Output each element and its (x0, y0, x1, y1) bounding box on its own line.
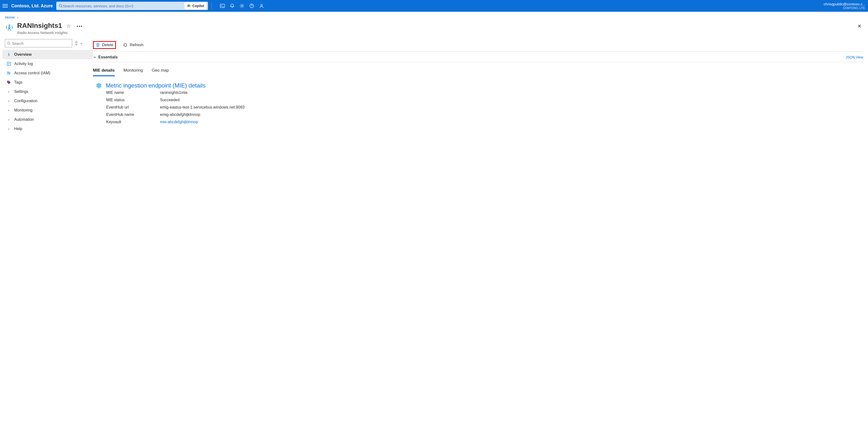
global-search-input[interactable] (63, 4, 184, 8)
resource-header: RANInsights1 ☆ ••• Radio Access Network … (0, 21, 868, 39)
sidebar-item-label: Overview (14, 52, 32, 57)
top-bar: Contoso, Ltd. Azure Copilot chrisqpublic… (0, 0, 868, 12)
svg-point-10 (8, 42, 10, 44)
sidebar-item-label: Settings (14, 90, 28, 94)
kv-row: Keyvaultmie-abcdefghijklmnop (95, 118, 863, 126)
global-search[interactable]: Copilot (56, 2, 208, 10)
sidebar: « Overview Activity log Access control (… (0, 39, 93, 134)
svg-rect-5 (220, 4, 225, 8)
refresh-button[interactable]: Refresh (121, 41, 145, 48)
resource-title: RANInsights1 (17, 22, 62, 30)
search-icon (59, 4, 63, 8)
help-icon[interactable] (249, 3, 254, 8)
sidebar-search-input[interactable] (12, 41, 70, 45)
svg-line-11 (9, 44, 10, 45)
tab-geo-map[interactable]: Geo map (152, 67, 169, 76)
copilot-icon (187, 4, 191, 8)
breadcrumb: Home › (0, 12, 868, 21)
sidebar-item-monitoring[interactable]: › Monitoring (2, 106, 93, 115)
svg-point-6 (241, 5, 243, 7)
search-icon (7, 41, 10, 45)
essentials-row: Essentials JSON View (93, 52, 863, 62)
sidebar-item-tags[interactable]: Tags (2, 78, 93, 87)
user-email: chrisqpublic@contoso.c... (824, 2, 866, 6)
more-icon[interactable]: ••• (76, 24, 83, 29)
svg-line-1 (61, 7, 62, 8)
tabs: MIE details Monitoring Geo map (93, 62, 863, 76)
sidebar-item-overview[interactable]: Overview (2, 50, 93, 59)
breadcrumb-home[interactable]: Home (5, 15, 15, 19)
user-block[interactable]: chrisqpublic@contoso.c... CONTOSO, LTD. (824, 2, 866, 10)
sidebar-item-label: Tags (14, 80, 23, 84)
sidebar-item-activity-log[interactable]: Activity log (2, 59, 93, 68)
chevron-right-icon: › (6, 90, 11, 94)
kv-value: raninsights1mie (160, 91, 187, 95)
divider (211, 2, 212, 9)
sidebar-item-label: Access control (IAM) (14, 71, 51, 75)
collapse-icon[interactable]: « (81, 41, 83, 45)
sidebar-item-help[interactable]: › Help (2, 124, 93, 134)
chevron-right-icon: › (6, 117, 11, 122)
command-bar: Delete Refresh (93, 39, 863, 52)
hamburger-icon[interactable] (2, 3, 8, 8)
chevron-right-icon: › (6, 99, 11, 103)
activity-log-icon (6, 62, 11, 66)
chevron-down-icon[interactable] (93, 56, 96, 59)
sidebar-item-configuration[interactable]: › Configuration (2, 96, 93, 106)
cloud-shell-icon[interactable] (220, 3, 225, 8)
close-icon[interactable]: ✕ (856, 22, 863, 31)
delete-label: Delete (102, 43, 113, 47)
copilot-button[interactable]: Copilot (184, 2, 207, 9)
user-org: CONTOSO, LTD. (824, 6, 866, 10)
sidebar-item-settings[interactable]: › Settings (2, 87, 93, 96)
kv-key: Keyvault (106, 120, 160, 124)
overview-icon (6, 52, 11, 57)
sidebar-item-label: Help (14, 127, 22, 131)
kv-row: EventHub nameemig-abcdefghijklmnop (95, 111, 863, 118)
kv-value: Succeeded (160, 98, 180, 102)
kv-key: EventHub url (106, 105, 160, 109)
kv-key: EventHub name (106, 112, 160, 117)
refresh-icon (123, 42, 128, 47)
sidebar-item-label: Activity log (14, 62, 33, 66)
mie-heading: Metric ingestion endpoint (MIE) details (106, 82, 206, 89)
sidebar-item-label: Configuration (14, 99, 37, 103)
kv-row: MIE nameraninsights1mie (95, 89, 863, 96)
resource-icon (5, 23, 14, 32)
copilot-label: Copilot (192, 4, 204, 8)
resource-subtitle: Radio Access Network Insights (17, 31, 83, 35)
kv-value-link[interactable]: mie-abcdefghijklmnop (160, 120, 198, 124)
top-icons (220, 3, 264, 8)
json-view-link[interactable]: JSON View (846, 55, 863, 59)
svg-point-8 (251, 7, 252, 7)
sidebar-item-access-control[interactable]: Access control (IAM) (2, 68, 93, 78)
svg-point-9 (261, 4, 262, 6)
brand-label[interactable]: Contoso, Ltd. Azure (11, 3, 53, 8)
favorite-icon[interactable]: ☆ (66, 23, 71, 29)
tab-monitoring[interactable]: Monitoring (124, 67, 143, 76)
sidebar-item-automation[interactable]: › Automation (2, 115, 93, 124)
tags-icon (6, 80, 11, 84)
sort-icon[interactable] (74, 41, 78, 45)
sidebar-item-label: Automation (14, 117, 34, 122)
chevron-right-icon: › (17, 15, 18, 19)
essentials-label: Essentials (98, 55, 118, 59)
svg-point-17 (9, 72, 10, 74)
notifications-icon[interactable] (230, 3, 235, 8)
sidebar-item-label: Monitoring (14, 108, 33, 112)
settings-icon[interactable] (240, 3, 244, 8)
kv-value: emig-abcdefghijklmnop (160, 112, 200, 117)
kv-key: MIE status (106, 98, 160, 102)
svg-point-18 (8, 81, 8, 82)
feedback-icon[interactable] (259, 3, 264, 8)
delete-button[interactable]: Delete (93, 41, 116, 49)
tab-mie-details[interactable]: MIE details (93, 67, 115, 76)
sidebar-search[interactable] (5, 39, 72, 47)
refresh-label: Refresh (130, 43, 143, 47)
delete-icon (96, 42, 100, 47)
title-block: RANInsights1 ☆ ••• Radio Access Network … (17, 22, 83, 35)
svg-point-4 (188, 4, 190, 6)
access-control-icon (6, 71, 11, 75)
kv-value: emig-eastus-test-1.servicebus.windows.ne… (160, 105, 245, 109)
cube-icon (95, 82, 102, 89)
